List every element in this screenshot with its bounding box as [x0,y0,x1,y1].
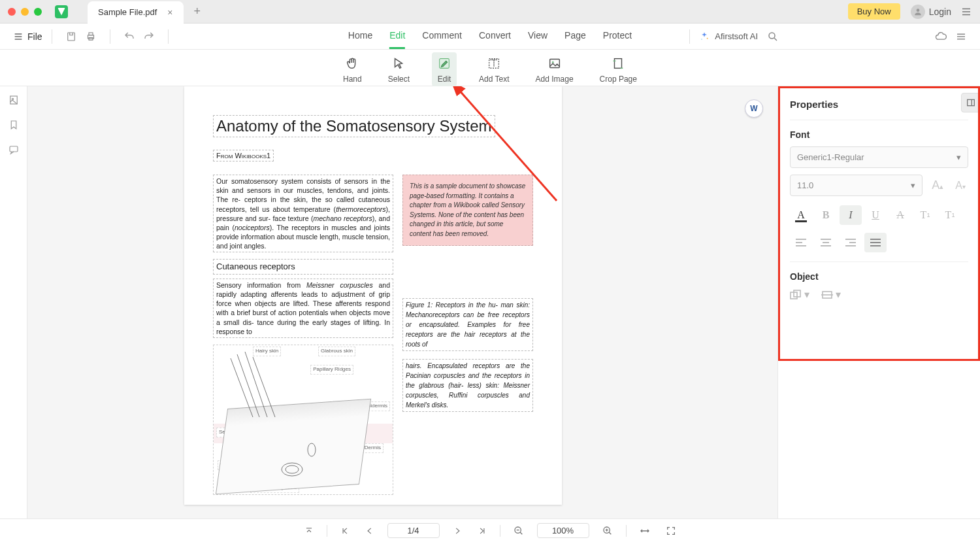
left-sidebar [0,86,27,518]
crop-icon [610,55,627,72]
underline-button[interactable]: U [864,205,887,225]
login-label: Login [929,7,951,17]
panel-toggle-icon[interactable] [955,31,967,42]
save-icon[interactable] [65,31,77,42]
minimize-window-button[interactable] [21,8,29,16]
window-titlebar: Sample File.pdf × + Buy Now Login [0,0,980,24]
tool-crop-page[interactable]: Crop Page [596,52,641,86]
tab-comment[interactable]: Comment [422,24,462,49]
object-arrange-button[interactable]: ▾ [790,288,809,301]
prev-page-icon[interactable] [363,524,377,538]
cloud-icon[interactable] [934,30,947,43]
first-page-icon[interactable] [338,524,352,538]
object-align-button[interactable]: ▾ [821,288,841,301]
svg-rect-7 [67,33,74,41]
next-page-icon[interactable] [450,524,465,538]
align-justify-button[interactable] [864,233,887,252]
align-left-button[interactable] [790,233,812,252]
status-bar [0,518,980,542]
comments-icon[interactable] [8,144,20,156]
chevron-down-icon: ▾ [836,288,841,301]
tab-convert[interactable]: Convert [479,24,511,49]
buy-now-button[interactable]: Buy Now [848,3,900,20]
scroll-top-icon[interactable] [302,524,316,538]
hand-icon [344,55,361,72]
svg-line-14 [774,38,777,41]
bookmark-icon[interactable] [8,119,20,131]
ai-assistant-button[interactable]: Afirstsoft AI [699,31,758,42]
figure-caption-1[interactable]: Figure 1: Receptors in the hu- man skin:… [402,298,533,351]
superscript-button[interactable]: T1 [914,205,936,225]
zoom-input[interactable] [537,523,589,538]
window-controls [8,8,42,16]
svg-rect-22 [615,59,622,69]
svg-line-61 [609,532,611,534]
decrease-font-icon[interactable]: A▾ [953,177,968,194]
figure-skin-diagram[interactable]: Hairy skin Glabrous skin Papillary Ridge… [213,345,393,495]
document-canvas[interactable]: W Anatomy of the Somatosensory System Fr… [27,86,777,518]
close-tab-icon[interactable]: × [167,7,172,18]
font-size-select[interactable]: 11.0 ▾ [790,175,923,196]
subscript-button[interactable]: T1 [939,205,961,225]
tab-home[interactable]: Home [348,24,372,49]
tool-edit-label: Edit [438,75,451,84]
ai-sparkle-icon [699,31,710,42]
paragraph-2[interactable]: Sensory information from Meissner corpus… [213,279,393,338]
svg-point-0 [916,8,919,12]
heading-cutaneous[interactable]: Cutaneous receptors [213,259,393,275]
svg-point-30 [282,463,302,476]
redo-icon[interactable] [143,31,155,42]
ai-label: Afirstsoft AI [715,31,758,41]
fit-width-icon[interactable] [637,523,653,539]
sample-note-box[interactable]: This is a sample document to showcase pa… [402,175,533,246]
document-subtitle[interactable]: From Wikibooks1 [213,150,274,161]
paragraph-1[interactable]: Our somatosensory system consists of sen… [213,175,393,252]
tool-crop-label: Crop Page [600,75,637,84]
thumbnails-icon[interactable] [8,94,20,106]
svg-line-27 [237,354,259,417]
tab-view[interactable]: View [528,24,547,49]
tool-hand[interactable]: Hand [339,52,366,86]
increase-font-icon[interactable]: A▴ [929,176,946,195]
search-icon[interactable] [767,31,779,42]
figure-caption-2[interactable]: hairs. Encapsulated receptors are the Pa… [402,359,533,412]
print-icon[interactable] [85,31,97,42]
tool-edit[interactable]: Edit [432,52,457,86]
tab-edit[interactable]: Edit [389,24,405,49]
collapse-panel-icon[interactable] [961,93,980,112]
convert-to-word-icon[interactable]: W [745,99,763,118]
chevron-down-icon: ▾ [911,180,915,190]
italic-button[interactable]: I [840,205,862,225]
fit-page-icon[interactable] [663,523,679,539]
align-right-button[interactable] [840,233,862,252]
tool-select[interactable]: Select [384,52,414,86]
maximize-window-button[interactable] [34,8,42,16]
edit-toolbar: Hand Select Edit Add Text Add Image Crop… [0,50,980,86]
main-menu-icon[interactable] [960,6,972,18]
close-window-button[interactable] [8,8,16,16]
bold-button[interactable]: B [815,205,837,225]
strikethrough-button[interactable]: A [889,205,911,225]
tool-add-image[interactable]: Add Image [532,52,578,86]
tab-protect[interactable]: Protect [603,24,632,49]
align-center-button[interactable] [815,233,837,252]
page-number-input[interactable] [387,523,440,538]
last-page-icon[interactable] [475,524,489,538]
tab-page[interactable]: Page [564,24,586,49]
font-color-button[interactable]: A [790,205,812,225]
zoom-in-icon[interactable] [600,523,615,539]
cursor-icon [390,55,407,72]
document-tab[interactable]: Sample File.pdf × [88,1,184,24]
document-title[interactable]: Anatomy of the Somatosensory System [213,115,495,137]
undo-icon[interactable] [123,31,135,42]
tool-add-text[interactable]: Add Text [475,52,513,86]
svg-point-31 [286,466,299,473]
file-menu-button[interactable]: File [13,31,42,42]
tool-add-text-label: Add Text [479,75,509,84]
font-family-value: Generic1-Regular [797,152,864,162]
login-button[interactable]: Login [911,5,951,19]
font-family-select[interactable]: Generic1-Regular ▾ [790,146,968,168]
text-style-row: A B I U A T1 T1 [790,205,968,225]
new-tab-button[interactable]: + [194,5,201,18]
zoom-out-icon[interactable] [511,523,527,539]
